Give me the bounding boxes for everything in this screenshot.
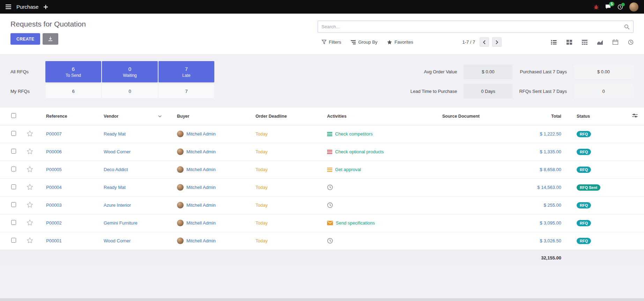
order-deadline-text[interactable]: Today [256,167,268,172]
favorite-star-icon[interactable] [27,131,33,136]
row-checkbox[interactable] [11,167,16,171]
header-activities[interactable]: Activities [319,108,435,125]
kpi-my-to-send[interactable]: 6 [45,84,101,98]
buyer-link[interactable]: Mitchell Admin [186,220,216,226]
pager-previous-button[interactable] [480,37,489,47]
table-row[interactable]: P00004 Ready Mat Mitchell Admin Today $ … [0,178,644,196]
activity-list-icon[interactable] [327,150,332,154]
activity-link[interactable]: Check optional products [335,149,384,154]
reference-link[interactable]: P00002 [46,220,62,226]
buyer-link[interactable]: Mitchell Admin [186,149,216,154]
view-list-button[interactable] [551,40,557,45]
row-checkbox[interactable] [11,184,16,189]
vendor-link[interactable]: Deco Addict [104,167,128,172]
pager-next-button[interactable] [492,37,502,47]
reference-link[interactable]: P00003 [46,203,62,208]
messages-icon[interactable]: 5 [605,4,611,9]
row-checkbox[interactable] [11,202,16,207]
buyer-link[interactable]: Mitchell Admin [186,185,216,190]
create-button[interactable]: CREATE [10,33,40,45]
app-name[interactable]: Purchase [16,4,38,10]
group-by-button[interactable]: Group By [351,39,377,45]
table-row[interactable]: P00006 Wood Corner Mitchell Admin Today … [0,143,644,161]
table-row[interactable]: P00007 Ready Mat Mitchell Admin Today Ch… [0,125,644,143]
search-icon[interactable] [624,24,630,30]
order-deadline-text[interactable]: Today [256,149,268,154]
favorite-star-icon[interactable] [27,166,33,172]
vendor-link[interactable]: Wood Corner [104,238,131,243]
buyer-link[interactable]: Mitchell Admin [186,238,216,243]
vendor-link[interactable]: Wood Corner [104,149,131,154]
activity-list-icon[interactable] [327,168,332,172]
favorite-star-icon[interactable] [27,202,33,207]
favorites-button[interactable]: Favorites [387,39,413,45]
table-row[interactable]: P00005 Deco Addict Mitchell Admin Today … [0,161,644,178]
order-deadline-text[interactable]: Today [256,131,268,137]
vendor-link[interactable]: Ready Mat [104,185,126,190]
order-deadline-text[interactable]: Today [256,185,268,190]
view-calendar-button[interactable] [613,39,618,45]
column-options-icon[interactable] [632,113,638,118]
table-row[interactable]: P00001 Wood Corner Mitchell Admin Today … [0,232,644,250]
select-all-checkbox[interactable] [11,113,16,118]
view-kanban-button[interactable] [567,40,572,45]
kpi-to-send[interactable]: 6 To Send [45,61,101,82]
search-input[interactable] [321,24,624,29]
order-deadline-text[interactable]: Today [256,203,268,208]
header-status[interactable]: Status [569,108,625,125]
activity-link[interactable]: Send specifications [336,220,375,226]
header-buyer[interactable]: Buyer [169,108,248,125]
view-activity-button[interactable] [628,39,634,45]
debug-bug-icon[interactable] [593,4,599,10]
header-order-deadline[interactable]: Order Deadline [248,108,319,125]
order-deadline-text[interactable]: Today [256,220,268,226]
favorite-star-icon[interactable] [27,148,33,154]
activity-clock-icon[interactable] [327,202,333,208]
reference-link[interactable]: P00007 [46,131,62,137]
activities-clock-icon[interactable] [617,4,623,10]
favorite-star-icon[interactable] [27,237,33,243]
plus-icon[interactable] [44,5,48,9]
reference-link[interactable]: P00005 [46,167,62,172]
activities-badge [621,3,625,6]
row-checkbox[interactable] [11,149,16,154]
header-total[interactable]: Total [517,108,569,125]
export-button[interactable] [43,33,58,45]
table-row[interactable]: P00002 Gemini Furniture Mitchell Admin T… [0,214,644,232]
favorite-star-icon[interactable] [27,220,33,225]
vendor-link[interactable]: Azure Interior [104,203,131,208]
buyer-link[interactable]: Mitchell Admin [186,167,216,172]
header-reference[interactable]: Reference [38,108,96,125]
apps-menu-icon[interactable] [6,5,11,9]
kpi-late[interactable]: 7 Late [158,61,214,82]
row-checkbox[interactable] [11,220,16,225]
kpi-my-waiting[interactable]: 0 [102,84,158,98]
order-deadline-text[interactable]: Today [256,238,268,243]
buyer-link[interactable]: Mitchell Admin [186,203,216,208]
kpi-waiting[interactable]: 0 Waiting [102,61,158,82]
table-row[interactable]: P00003 Azure Interior Mitchell Admin Tod… [0,196,644,214]
activity-link[interactable]: Check competitors [335,131,373,137]
row-checkbox[interactable] [11,238,16,243]
view-pivot-button[interactable] [582,40,587,45]
row-checkbox[interactable] [11,131,16,136]
header-source-document[interactable]: Source Document [435,108,517,125]
sort-chevron-down-icon[interactable] [158,115,162,117]
kpi-my-late[interactable]: 7 [158,84,214,98]
activity-clock-icon[interactable] [327,238,333,244]
header-vendor[interactable]: Vendor [96,108,169,125]
reference-link[interactable]: P00006 [46,149,62,154]
filters-button[interactable]: Filters [322,39,341,45]
reference-link[interactable]: P00004 [46,185,62,190]
reference-link[interactable]: P00001 [46,238,62,243]
vendor-link[interactable]: Ready Mat [104,131,126,137]
user-avatar[interactable] [629,2,638,12]
favorite-star-icon[interactable] [27,184,33,190]
view-graph-button[interactable] [597,40,603,45]
buyer-link[interactable]: Mitchell Admin [186,131,216,137]
activity-mail-icon[interactable] [327,221,333,225]
activity-clock-icon[interactable] [327,184,333,190]
vendor-link[interactable]: Gemini Furniture [104,220,138,226]
activity-link[interactable]: Get approval [335,167,361,172]
activity-list-icon[interactable] [327,132,332,136]
